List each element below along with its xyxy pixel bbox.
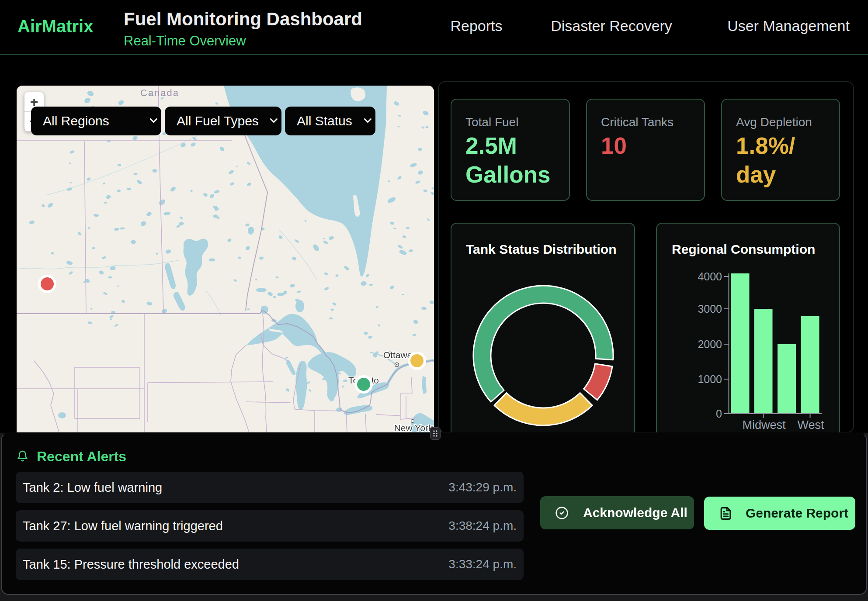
svg-text:Canada: Canada	[140, 87, 179, 98]
svg-text:Midwest: Midwest	[742, 418, 786, 432]
svg-text:0: 0	[716, 408, 722, 420]
svg-text:2000: 2000	[698, 338, 722, 350]
svg-text:West: West	[797, 418, 824, 432]
svg-text:1000: 1000	[698, 373, 722, 385]
svg-text:4000: 4000	[698, 270, 722, 283]
svg-text:3000: 3000	[698, 303, 722, 315]
svg-text:Ottawa: Ottawa	[383, 350, 413, 360]
svg-text:New York: New York	[394, 423, 433, 433]
